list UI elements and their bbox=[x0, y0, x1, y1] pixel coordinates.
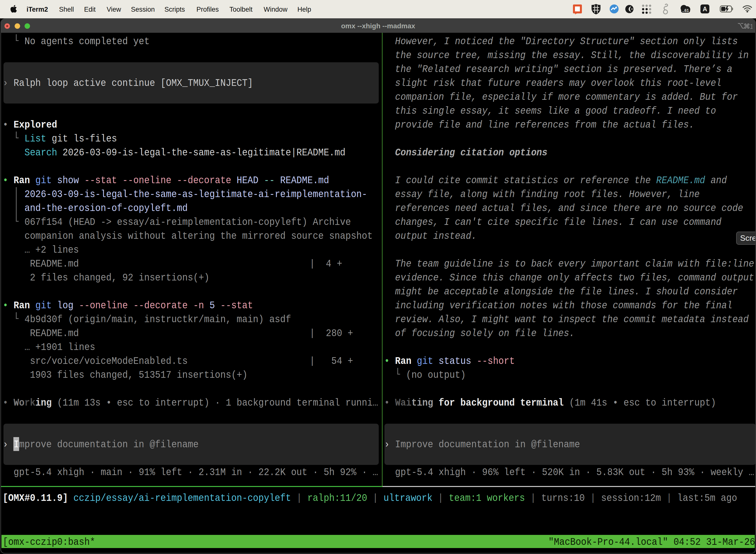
svg-text:1: 1 bbox=[750, 23, 753, 30]
svg-text:A: A bbox=[703, 5, 707, 12]
svg-text:..61: ..61 bbox=[682, 8, 689, 13]
